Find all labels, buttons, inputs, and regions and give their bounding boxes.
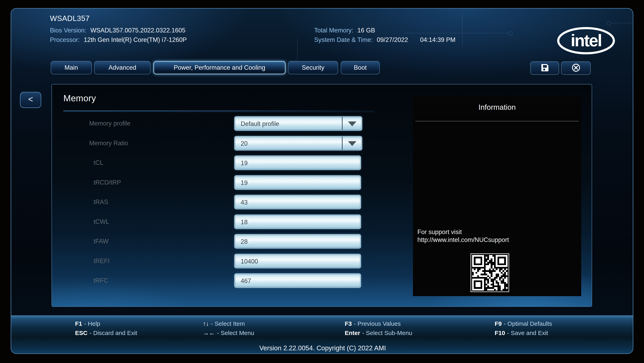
tab-boot[interactable]: Boot	[341, 61, 380, 74]
intel-logo: intel	[557, 26, 616, 55]
memory-settings-panel: Memory Memory profile Default profile Me…	[52, 84, 592, 307]
field-label: Memory profile	[89, 116, 130, 131]
trfc-input[interactable]: 467	[234, 273, 361, 288]
back-button[interactable]: <	[20, 92, 41, 108]
hotkey-desc: - Optimal Defaults	[504, 320, 552, 327]
input-value: 19	[235, 176, 360, 189]
processor-label: Processor:	[50, 36, 80, 44]
system-time[interactable]: 04:14:39 PM	[420, 36, 456, 44]
trefi-input[interactable]: 10400	[234, 254, 361, 268]
hotkey-key: ↑↓	[203, 320, 209, 327]
datetime-row: System Date & Time: 09/27/2022 04:14:39 …	[314, 36, 456, 44]
tcwl-input[interactable]: 18	[234, 215, 361, 229]
information-title: Information	[413, 103, 581, 112]
information-divider	[416, 121, 579, 122]
hotkey-desc: - Help	[84, 320, 100, 327]
hotkey-column-1: F1- Help ESC- Discard and Exit	[75, 319, 137, 338]
bios-version-row: Bios Version: WSADL357.0075.2022.0322.16…	[50, 27, 185, 34]
total-memory-label: Total Memory:	[314, 27, 354, 34]
floppy-disk-icon	[540, 63, 550, 73]
dropdown-value: Default profile	[235, 117, 342, 130]
qr-code	[470, 253, 509, 292]
support-text: For support visit http://www.intel.com/N…	[418, 228, 509, 244]
total-memory-row: Total Memory: 16 GB	[314, 27, 375, 34]
information-panel: Information For support visit http://www…	[413, 96, 581, 296]
field-row-memory-profile: Memory profile Default profile	[52, 116, 394, 131]
field-label: tCL	[94, 156, 103, 170]
input-value: 28	[235, 235, 360, 248]
memory-ratio-dropdown[interactable]: 20	[234, 136, 362, 150]
hotkey-column-2: ↑↓- Select Item →←- Select Menu	[203, 319, 254, 338]
trcd-trp-input[interactable]: 19	[234, 175, 361, 190]
tab-main[interactable]: Main	[51, 61, 92, 74]
bios-version-value: WSADL357.0075.2022.0322.1605	[90, 27, 185, 34]
input-value: 18	[235, 215, 360, 228]
field-label: tCWL	[94, 215, 109, 229]
chevron-down-icon[interactable]	[342, 137, 362, 150]
hotkey-key: ESC	[75, 329, 88, 336]
hotkey-desc: - Select Menu	[217, 329, 254, 336]
processor-row: Processor: 12th Gen Intel(R) Core(TM) i7…	[50, 36, 187, 44]
input-value: 43	[235, 195, 360, 209]
section-title: Memory	[64, 93, 96, 103]
support-url: http://www.intel.com/NUCsupport	[418, 236, 509, 244]
field-row-tcl: tCL 19	[52, 156, 394, 170]
tcl-input[interactable]: 19	[234, 156, 361, 170]
field-row-tcwl: tCWL 18	[52, 215, 394, 229]
tab-advanced[interactable]: Advanced	[94, 61, 150, 74]
field-row-trefi: tREFI 10400	[52, 254, 394, 268]
chevron-down-icon[interactable]	[342, 117, 362, 130]
total-memory-value: 16 GB	[358, 27, 375, 34]
field-label: tRCD/tRP	[94, 175, 121, 190]
field-row-trfc: tRFC 467	[52, 273, 394, 288]
hotkey-key: F10	[495, 329, 505, 336]
close-circle-icon	[571, 63, 581, 74]
tfaw-input[interactable]: 28	[234, 234, 361, 249]
hotkey-desc: - Select Item	[211, 320, 245, 327]
hotkey-key: F9	[495, 320, 502, 327]
hotkey-desc: - Save and Exit	[507, 329, 548, 336]
save-button[interactable]	[530, 62, 559, 75]
field-label: Memory Ratio	[89, 136, 128, 150]
field-label: tRFC	[94, 273, 108, 288]
field-label: tFAW	[94, 234, 109, 249]
support-line1: For support visit	[418, 228, 509, 236]
field-label: tRAS	[94, 195, 108, 209]
datetime-label: System Date & Time:	[314, 36, 373, 44]
field-row-tras: tRAS 43	[52, 195, 394, 209]
hotkey-key: →←	[203, 329, 215, 336]
tab-security[interactable]: Security	[288, 61, 338, 74]
memory-profile-dropdown[interactable]: Default profile	[234, 116, 362, 131]
tras-input[interactable]: 43	[234, 195, 361, 209]
svg-text:intel: intel	[571, 31, 602, 50]
dropdown-value: 20	[235, 137, 342, 150]
hotkey-desc: - Discard and Exit	[90, 329, 137, 336]
hotkey-key: Enter	[345, 329, 360, 336]
exit-button[interactable]	[561, 62, 591, 75]
bios-version-label: Bios Version:	[50, 27, 86, 34]
hotkey-column-3: F3- Previous Values Enter- Select Sub-Me…	[345, 319, 412, 338]
field-row-memory-ratio: Memory Ratio 20	[52, 136, 394, 150]
hotkey-desc: - Previous Values	[354, 320, 401, 327]
input-value: 10400	[235, 254, 360, 268]
board-model: WSADL357	[50, 14, 90, 23]
version-copyright: Version 2.22.0054. Copyright (C) 2022 AM…	[11, 344, 633, 352]
field-row-trcd-trp: tRCD/tRP 19	[52, 175, 394, 190]
system-date[interactable]: 09/27/2022	[377, 36, 408, 44]
processor-value: 12th Gen Intel(R) Core(TM) i7-1260P	[84, 36, 187, 44]
tab-power-performance-cooling[interactable]: Power, Performance and Cooling	[153, 61, 286, 74]
field-row-tfaw: tFAW 28	[52, 234, 394, 249]
hotkey-column-4: F9- Optimal Defaults F10- Save and Exit	[495, 319, 552, 338]
hotkey-desc: - Select Sub-Menu	[362, 329, 412, 336]
bios-screen: WSADL357 Bios Version: WSADL357.0075.202…	[11, 8, 633, 354]
hotkey-key: F1	[75, 320, 82, 327]
input-value: 467	[235, 274, 360, 287]
input-value: 19	[235, 156, 360, 169]
section-divider	[64, 111, 374, 111]
field-label: tREFI	[94, 254, 110, 268]
hotkey-key: F3	[345, 320, 352, 327]
hotkey-help-bar: F1- Help ESC- Discard and Exit ↑↓- Selec…	[11, 315, 633, 354]
